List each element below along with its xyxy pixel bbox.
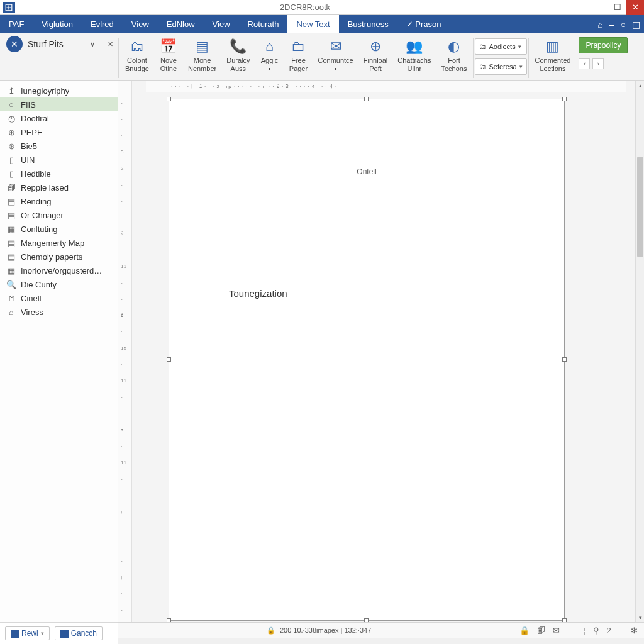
menu-item[interactable]: New Text — [287, 15, 338, 33]
ribbon-group[interactable]: 👥Chattrachs Ulinr — [392, 36, 436, 80]
status-icon-4[interactable]: ⚲ — [593, 626, 599, 635]
sidebar-item[interactable]: ▤Mangemerty Map — [0, 236, 118, 250]
vertical-scrollbar[interactable]: ▴ ▾ — [635, 81, 644, 622]
resize-handle[interactable] — [562, 618, 567, 622]
sidebar-item[interactable]: ▤Rending — [0, 194, 118, 208]
home-icon[interactable]: ⌂ — [597, 19, 602, 30]
sidebar-item-icon: ○ — [6, 99, 16, 109]
sidebar-item[interactable]: ○FIIS — [0, 97, 118, 111]
ribbon-group[interactable]: 📅Nove Otine — [154, 36, 183, 80]
sidebar-item-label: Cinelt — [21, 294, 42, 303]
ribbon-group[interactable]: ⊕Finnloal Poft — [358, 36, 393, 80]
resize-handle[interactable] — [167, 618, 171, 622]
scroll-down-icon[interactable]: ▾ — [636, 613, 644, 622]
scroll-up-icon[interactable]: ▴ — [636, 81, 644, 90]
ruler-tick: - — [121, 476, 123, 482]
close-button[interactable]: ✕ — [626, 0, 644, 15]
side-panel-close-icon[interactable]: ✕ — [104, 40, 117, 48]
ribbon-group[interactable]: 🗀Free Pager — [284, 36, 313, 80]
rewl-button[interactable]: Rewl▾ — [5, 626, 50, 640]
sidebar-item[interactable]: ▦Conltuting — [0, 222, 118, 236]
sidebar-item[interactable]: ▤Or Chnager — [0, 208, 118, 222]
zoom-out-icon[interactable]: — — [567, 626, 575, 635]
sidebar-item[interactable]: 🗐Repple lased — [0, 180, 118, 194]
ruler-tick: 11 — [121, 264, 126, 269]
menu-item[interactable]: View — [123, 15, 158, 33]
circle-icon[interactable]: ○ — [621, 19, 626, 30]
resize-handle[interactable] — [562, 97, 567, 101]
sidebar-item[interactable]: ⊕PEPF — [0, 125, 118, 139]
sidebar-item[interactable]: ↥Iunegioyriphy — [0, 84, 118, 97]
sidebar-item-icon: ⌂ — [6, 307, 16, 317]
sidebar-item-label: Rending — [21, 197, 51, 206]
sidebar-item[interactable]: ◷Dootlral — [0, 111, 118, 125]
status-icon-2[interactable]: 🗐 — [537, 626, 545, 635]
ruler-tick: - — [121, 607, 123, 613]
menu-item[interactable]: Viglution — [33, 15, 82, 33]
ribbon-next-button[interactable]: › — [592, 58, 604, 69]
scroll-thumb[interactable] — [637, 157, 643, 257]
menu-item[interactable]: Evlred — [82, 15, 123, 33]
menu-item[interactable]: Roturath — [239, 15, 288, 33]
ruler-tick: - — [121, 541, 123, 547]
sidebar-item[interactable]: ⌂Viress — [0, 305, 118, 319]
resize-handle[interactable] — [364, 618, 369, 622]
ribbon-group[interactable]: ▤Mone Nenmber — [183, 36, 221, 80]
sidebar-item[interactable]: ▯Hedtible — [0, 167, 118, 180]
aodiects-dropdown[interactable]: 🗂Aodiects▾ — [475, 38, 526, 55]
sidebar-item-label: UIN — [21, 155, 35, 165]
status-bar: 🔒 200 10.·338imapex | 132:·347 🔒 🗐 ✉ — ¦… — [118, 622, 644, 638]
resize-handle[interactable] — [167, 357, 171, 362]
resize-handle[interactable] — [167, 97, 171, 101]
status-icon-1[interactable]: 🔒 — [519, 626, 530, 635]
sidebar-item-icon: ▤ — [6, 238, 16, 248]
ruler-tick: - — [121, 558, 123, 564]
minimize-icon[interactable]: – — [609, 19, 614, 30]
page-text-ontell: Ontell — [357, 167, 376, 176]
sidebar-item[interactable]: ▤Chemoly paperts — [0, 250, 118, 264]
ribbon-group[interactable]: 🗂Colont Bnudge — [120, 36, 154, 80]
seferesa-dropdown[interactable]: 🗂Seferesa▾ — [475, 58, 526, 75]
ruler-tick: · — [121, 443, 122, 449]
horizontal-ruler: · · · ı · ḷ · ẑ · ı · 2 · ıṗ · · · · · ı… — [146, 81, 626, 92]
status-icon-5[interactable]: ✻ — [631, 626, 638, 635]
ribbon-group[interactable]: ◐Fort Techons — [436, 36, 472, 80]
menu-item[interactable]: ✓ Prason — [397, 15, 450, 33]
ruler-tick: ṡ — [121, 231, 123, 236]
resize-handle[interactable] — [562, 357, 567, 362]
sidebar-item[interactable]: ϺCinelt — [0, 291, 118, 305]
menu-item[interactable]: Bustruness — [339, 15, 397, 33]
ribbon-group[interactable]: ✉Conmuntce • — [313, 36, 358, 80]
resize-handle[interactable] — [364, 97, 369, 101]
maximize-button[interactable]: ☐ — [609, 0, 626, 15]
commented-lections-group[interactable]: ▥ Conmented Lections — [530, 36, 576, 80]
sidebar-item-icon: ▤ — [6, 196, 16, 206]
side-panel-chevron-icon[interactable]: ∨ — [86, 40, 99, 48]
ribbon-prev-button[interactable]: ‹ — [579, 58, 590, 69]
gancch-icon — [60, 630, 69, 638]
ribbon-group[interactable]: ⌂Aggic • — [255, 36, 284, 80]
menu-item[interactable]: EdNlow — [158, 15, 204, 33]
sidebar-item-icon: Ϻ — [6, 293, 16, 303]
sidebar-item-icon: 🗐 — [6, 182, 16, 192]
lections-icon: ▥ — [543, 37, 562, 56]
ribbon-group[interactable]: 📞Duralcy Auss — [221, 36, 255, 80]
bookmark-icon[interactable]: ◫ — [632, 19, 640, 30]
fort-icon: ◐ — [445, 37, 464, 56]
sidebar-item-icon: ▯ — [6, 155, 16, 165]
zoom-minus-icon[interactable]: – — [619, 626, 623, 635]
sidebar-item[interactable]: ⊛Bie5 — [0, 139, 118, 153]
menu-item[interactable]: View — [204, 15, 239, 33]
sidebar-item[interactable]: ▯UIN — [0, 153, 118, 167]
menu-item[interactable]: PAF — [0, 15, 33, 33]
status-sep: ¦ — [583, 626, 585, 635]
status-icon-3[interactable]: ✉ — [553, 626, 560, 635]
sidebar-item[interactable]: 🔍Die Cunty — [0, 277, 118, 291]
sidebar-item[interactable]: ▦Inoriorve/orgqusterd… — [0, 264, 118, 277]
prapoolicy-button[interactable]: Prapoolicy — [579, 37, 628, 53]
document-page[interactable]: Ontell Tounegization — [169, 99, 565, 621]
gancch-button[interactable]: Gancch — [55, 626, 103, 640]
ruler-tick: · — [121, 525, 122, 531]
minimize-button[interactable]: — — [591, 0, 609, 15]
status-center-text: 200 10.·338imapex | 132:·347 — [280, 626, 371, 634]
